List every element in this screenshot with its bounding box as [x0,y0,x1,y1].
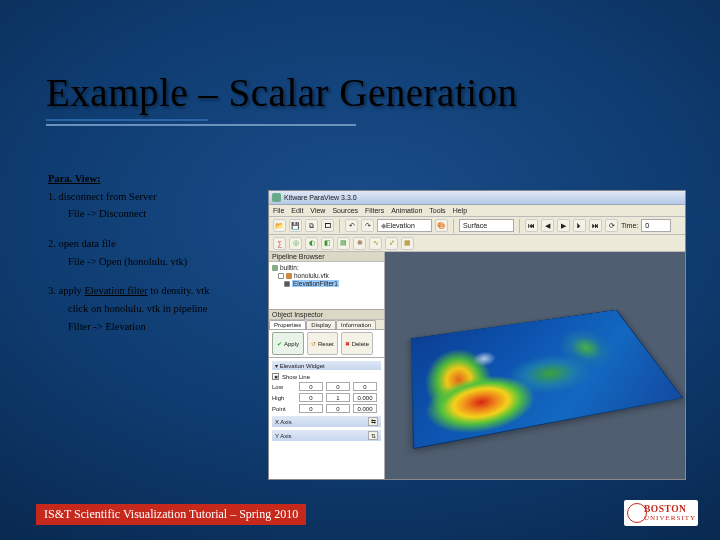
step-3-detail-a: click on honolulu. vtk in pipeline [68,302,278,317]
high-label: High [272,395,296,401]
inspector-tabs: Properties Display Information [269,320,384,330]
elevation-panel: ▾ Elevation Widget ✖ Show Line Low 0 0 0… [269,358,384,479]
object-inspector-title: Object Inspector [269,310,384,320]
pipeline-item-label: honolulu.vtk [294,272,329,279]
high-x-input[interactable]: 0 [299,393,323,402]
contour-icon[interactable]: ◎ [289,237,302,250]
time-label: Time: [621,222,638,229]
menu-file[interactable]: File [273,207,284,214]
window-title: Kitware ParaView 3.3.0 [284,194,357,201]
save-icon[interactable]: 💾 [289,219,302,232]
section-heading: Para. View: [48,172,278,187]
tab-display[interactable]: Display [306,320,336,329]
last-frame-icon[interactable]: ⏭ [589,219,602,232]
menu-sources[interactable]: Sources [332,207,358,214]
step-3-underlined: Elevation filter [84,285,147,296]
time-value-field[interactable]: 0 [641,219,671,232]
prev-frame-icon[interactable]: ◀ [541,219,554,232]
delete-button[interactable]: ✖Delete [341,332,373,355]
threshold-icon[interactable]: ▤ [337,237,350,250]
time-value: 0 [645,222,649,229]
toolbar-filters: ∑ ◎ ◐ ◧ ▤ ❋ ∿ ⤢ ▦ [269,235,685,252]
point-y-input[interactable]: 0 [326,404,350,413]
connect-icon[interactable]: ⧉ [305,219,318,232]
step-2: 2. open data file [48,237,278,252]
step-2-detail: File -> Open (honolulu. vtk) [68,255,278,270]
representation-dropdown[interactable]: Surface [459,219,514,232]
render-view[interactable] [385,252,685,479]
menu-view[interactable]: View [310,207,325,214]
representation-value: Surface [463,222,487,229]
high-z-input[interactable]: 0.000 [353,393,377,402]
visibility-icon[interactable] [278,273,284,279]
point-z-input[interactable]: 0.000 [353,404,377,413]
step-1: 1. disconnect from Server [48,190,278,205]
low-point-row: Low 0 0 0 [272,382,381,391]
toolbar-separator [453,219,454,233]
tab-properties[interactable]: Properties [269,320,306,329]
open-icon[interactable]: 📂 [273,219,286,232]
boston-university-logo: BOSTON UNIVERSITY [624,500,698,526]
point-x-input[interactable]: 0 [299,404,323,413]
checkbox-icon[interactable]: ✖ [272,373,279,380]
paraview-window: Kitware ParaView 3.3.0 File Edit View So… [268,190,686,480]
menu-edit[interactable]: Edit [291,207,303,214]
redo-icon[interactable]: ↷ [361,219,374,232]
terrain-surface [411,310,683,450]
next-frame-icon[interactable]: ⏵ [573,219,586,232]
disconnect-icon[interactable]: ⧠ [321,219,334,232]
window-titlebar: Kitware ParaView 3.3.0 [269,191,685,205]
reset-button[interactable]: ↺Reset [307,332,338,355]
visibility-icon[interactable] [284,281,290,287]
warp-icon[interactable]: ⤢ [385,237,398,250]
menu-filters[interactable]: Filters [365,207,384,214]
pipeline-item-label-selected: ElevationFilter1 [292,280,339,287]
first-frame-icon[interactable]: ⏮ [525,219,538,232]
low-x-input[interactable]: 0 [299,382,323,391]
elevation-section-title: Elevation Widget [280,363,325,369]
reset-label: Reset [318,341,334,347]
menu-animation[interactable]: Animation [391,207,422,214]
apply-button[interactable]: ✔Apply [272,332,304,355]
step-3: 3. apply Elevation filter to density. vt… [48,284,278,299]
high-y-input[interactable]: 1 [326,393,350,402]
apply-label: Apply [284,341,299,347]
show-line-label: Show Line [282,374,310,380]
slice-icon[interactable]: ◧ [321,237,334,250]
color-field-value: Elevation [386,222,415,229]
clip-icon[interactable]: ◐ [305,237,318,250]
low-y-input[interactable]: 0 [326,382,350,391]
group-icon[interactable]: ▦ [401,237,414,250]
colormap-icon[interactable]: 🎨 [435,219,448,232]
app-main-area: Pipeline Browser builtin: honolulu.vtk E… [269,252,685,479]
slide-title-block: Example – Scalar Generation [46,70,576,126]
undo-icon[interactable]: ↶ [345,219,358,232]
pipeline-item-honolulu[interactable]: honolulu.vtk [278,272,381,279]
step-3-post: to density. vtk [148,285,210,296]
calculator-icon[interactable]: ∑ [273,237,286,250]
stream-icon[interactable]: ∿ [369,237,382,250]
menu-tools[interactable]: Tools [429,207,445,214]
left-panel: Pipeline Browser builtin: honolulu.vtk E… [269,252,385,479]
inspector-buttons: ✔Apply ↺Reset ✖Delete [269,330,384,358]
menu-help[interactable]: Help [453,207,467,214]
pipeline-item-elevation[interactable]: ElevationFilter1 [284,280,381,287]
loop-icon[interactable]: ⟳ [605,219,618,232]
y-axis-label: Y Axis [275,433,292,439]
pipeline-item-builtin[interactable]: builtin: [272,264,381,271]
glyph-icon[interactable]: ❋ [353,237,366,250]
tab-information[interactable]: Information [336,320,376,329]
y-axis-button[interactable]: ⇅ [368,431,378,440]
step-3-detail-b: Filter -> Elevation [68,320,278,335]
step-1-detail: File -> Disconnect [68,207,278,222]
y-axis-row: Y Axis ⇅ [272,430,381,441]
play-icon[interactable]: ▶ [557,219,570,232]
slide-title: Example – Scalar Generation [46,70,576,115]
elevation-section-header: ▾ Elevation Widget [272,361,381,370]
color-field-dropdown[interactable]: ◆ Elevation [377,219,432,232]
low-z-input[interactable]: 0 [353,382,377,391]
x-axis-button[interactable]: ⇆ [368,417,378,426]
menubar: File Edit View Sources Filters Animation… [269,205,685,217]
logo-line-2: UNIVERSITY [644,514,696,522]
step-3-pre: 3. apply [48,285,84,296]
